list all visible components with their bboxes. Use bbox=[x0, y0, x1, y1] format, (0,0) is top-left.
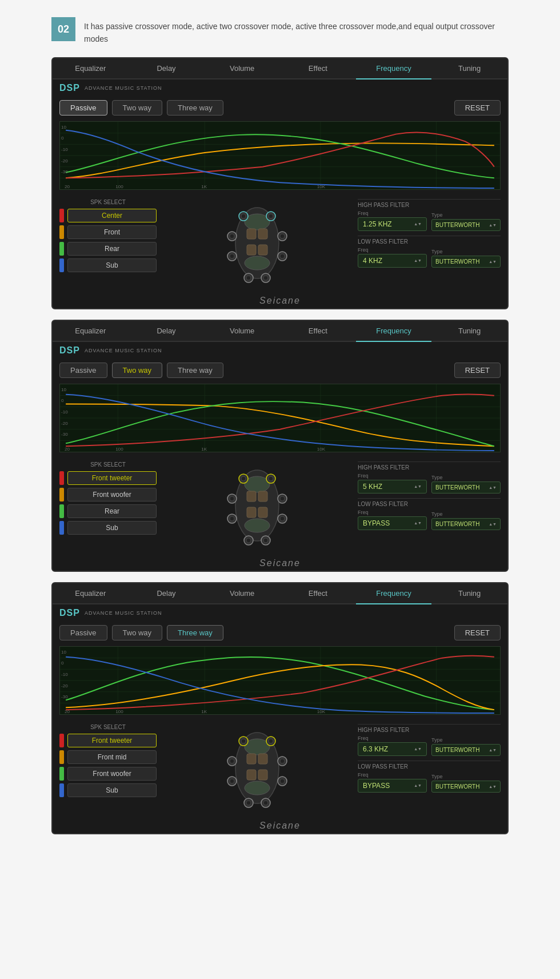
hp-type-label-2: Type bbox=[431, 475, 501, 480]
high-pass-title-2: HIGH PASS FILTER bbox=[358, 461, 501, 471]
reset-btn-1[interactable]: RESET bbox=[454, 100, 501, 116]
tab-frequency-1[interactable]: Frequency bbox=[356, 58, 432, 79]
spk-label-rear-2[interactable]: Rear bbox=[67, 504, 157, 518]
tab-tuning-1[interactable]: Tuning bbox=[431, 58, 507, 78]
low-pass-row-3: Freq BYPASS ▲▼ Type BUTTERWORTH ▲▼ bbox=[358, 772, 501, 793]
lp-freq-value-2[interactable]: BYPASS ▲▼ bbox=[358, 516, 427, 530]
tab-delay-2[interactable]: Delay bbox=[129, 321, 205, 341]
svg-text:-20: -20 bbox=[61, 683, 68, 689]
svg-text:100: 100 bbox=[115, 709, 123, 714]
tab-effect-3[interactable]: Effect bbox=[280, 583, 356, 603]
lp-freq-field-3: Freq BYPASS ▲▼ bbox=[358, 772, 427, 793]
tab-tuning-2[interactable]: Tuning bbox=[431, 321, 507, 341]
hp-arrows-3: ▲▼ bbox=[414, 747, 422, 751]
low-pass-freq-value-1[interactable]: 4 KHZ ▲▼ bbox=[358, 254, 427, 268]
tab-volume-2[interactable]: Volume bbox=[204, 321, 280, 341]
spk-btn-ft-3[interactable]: Front tweeter bbox=[59, 734, 157, 747]
tab-delay-3[interactable]: Delay bbox=[129, 583, 205, 603]
lp-type-arrows-3: ▲▼ bbox=[489, 785, 497, 789]
svg-point-40 bbox=[263, 276, 268, 280]
lp-freq-value-3[interactable]: BYPASS ▲▼ bbox=[358, 779, 427, 793]
hp-freq-value-3[interactable]: 6.3 KHZ ▲▼ bbox=[358, 742, 427, 756]
lp-type-value-3[interactable]: BUTTERWORTH ▲▼ bbox=[431, 781, 501, 793]
spk-label-fw-3[interactable]: Front woofer bbox=[67, 767, 157, 781]
spk-label-front[interactable]: Front bbox=[67, 225, 157, 239]
low-pass-freq-field-1: Freq 4 KHZ ▲▼ bbox=[358, 247, 427, 268]
tab-equalizer-2[interactable]: Equalizer bbox=[53, 321, 129, 341]
tab-frequency-3[interactable]: Frequency bbox=[356, 583, 432, 604]
spk-btn-center[interactable]: Center bbox=[59, 209, 157, 222]
tab-volume-1[interactable]: Volume bbox=[204, 58, 280, 78]
svg-text:10: 10 bbox=[61, 125, 67, 130]
lp-type-field-2: Type BUTTERWORTH ▲▼ bbox=[431, 511, 501, 530]
passive-btn-3[interactable]: Passive bbox=[59, 625, 107, 640]
high-pass-freq-value-1[interactable]: 1.25 KHZ ▲▼ bbox=[358, 217, 427, 231]
step-badge: 02 bbox=[51, 17, 75, 41]
spk-btn-sub-3[interactable]: Sub bbox=[59, 783, 157, 797]
spk-label-sub-3[interactable]: Sub bbox=[67, 783, 157, 797]
tab-delay-1[interactable]: Delay bbox=[129, 58, 205, 78]
tab-effect-1[interactable]: Effect bbox=[280, 58, 356, 78]
svg-text:10K: 10K bbox=[317, 709, 326, 714]
spk-label-sub[interactable]: Sub bbox=[67, 258, 157, 272]
svg-text:100: 100 bbox=[115, 447, 123, 452]
threeway-btn-3[interactable]: Three way bbox=[167, 625, 223, 640]
twoway-btn-3[interactable]: Two way bbox=[112, 625, 163, 640]
passive-btn-2[interactable]: Passive bbox=[59, 363, 107, 378]
spk-label-fw-2[interactable]: Front woofer bbox=[67, 488, 157, 502]
seicane-label-3: Seicane bbox=[53, 818, 507, 833]
dsp-subtitle-3: ADVANCE MUSIC STATION bbox=[85, 610, 162, 616]
tab-volume-3[interactable]: Volume bbox=[204, 583, 280, 603]
spk-section-2: SPK SELECT Front tweeter Front woofer Re… bbox=[59, 461, 157, 550]
svg-text:10K: 10K bbox=[317, 184, 326, 189]
mode-row-3: Passive Two way Three way RESET bbox=[53, 622, 507, 644]
lp-type-value-2[interactable]: BUTTERWORTH ▲▼ bbox=[431, 518, 501, 530]
reset-btn-2[interactable]: RESET bbox=[454, 363, 501, 378]
reset-btn-3[interactable]: RESET bbox=[454, 625, 501, 640]
svg-point-81 bbox=[263, 538, 268, 543]
filter-section-3: HIGH PASS FILTER Freq 6.3 KHZ ▲▼ Type bbox=[358, 724, 501, 813]
dsp-panel-2: Equalizer Delay Volume Effect Frequency … bbox=[51, 320, 509, 572]
hp-type-value-2[interactable]: BUTTERWORTH ▲▼ bbox=[431, 481, 501, 494]
hp-type-value-3[interactable]: BUTTERWORTH ▲▼ bbox=[431, 744, 501, 756]
spk-label-center[interactable]: Center bbox=[67, 209, 157, 222]
spk-btn-fm-3[interactable]: Front mid bbox=[59, 750, 157, 764]
filter-section-2: HIGH PASS FILTER Freq 5 KHZ ▲▼ Type bbox=[358, 461, 501, 550]
hp-freq-value-2[interactable]: 5 KHZ ▲▼ bbox=[358, 480, 427, 494]
spk-label-ft-3[interactable]: Front tweeter bbox=[67, 734, 157, 747]
spk-label-sub-2[interactable]: Sub bbox=[67, 521, 157, 535]
tab-equalizer-1[interactable]: Equalizer bbox=[53, 58, 129, 78]
threeway-btn-1[interactable]: Three way bbox=[167, 100, 223, 116]
passive-btn-1[interactable]: Passive bbox=[59, 100, 107, 116]
spk-btn-rear-2[interactable]: Rear bbox=[59, 504, 157, 518]
spk-btn-sub[interactable]: Sub bbox=[59, 258, 157, 272]
dsp-subtitle-1: ADVANCE MUSIC STATION bbox=[85, 85, 162, 91]
low-pass-type-value-1[interactable]: BUTTERWORTH ▲▼ bbox=[431, 256, 501, 268]
mode-row-2: Passive Two way Three way RESET bbox=[53, 359, 507, 381]
spk-btn-rear[interactable]: Rear bbox=[59, 242, 157, 256]
twoway-btn-2[interactable]: Two way bbox=[112, 363, 163, 378]
svg-point-108 bbox=[241, 739, 246, 743]
threeway-btn-2[interactable]: Three way bbox=[167, 363, 223, 378]
high-pass-type-value-1[interactable]: BUTTERWORTH ▲▼ bbox=[431, 219, 501, 231]
low-pass-type-field-1: Type BUTTERWORTH ▲▼ bbox=[431, 249, 501, 268]
lp-type-label-3: Type bbox=[431, 774, 501, 779]
hp-type-arrows-3: ▲▼ bbox=[489, 748, 497, 752]
spk-btn-ft-2[interactable]: Front tweeter bbox=[59, 471, 157, 485]
spk-btn-front[interactable]: Front bbox=[59, 225, 157, 239]
tab-effect-2[interactable]: Effect bbox=[280, 321, 356, 341]
twoway-btn-1[interactable]: Two way bbox=[112, 100, 163, 116]
tab-frequency-2[interactable]: Frequency bbox=[356, 321, 432, 342]
spk-btn-fw-2[interactable]: Front woofer bbox=[59, 488, 157, 502]
spk-btn-fw-3[interactable]: Front woofer bbox=[59, 767, 157, 781]
dsp-header-1: DSP ADVANCE MUSIC STATION bbox=[53, 79, 507, 97]
svg-rect-105 bbox=[247, 770, 256, 780]
spk-label-rear[interactable]: Rear bbox=[67, 242, 157, 256]
lp-type-arrows-1: ▲▼ bbox=[489, 260, 497, 264]
spk-btn-sub-2[interactable]: Sub bbox=[59, 521, 157, 535]
tab-tuning-3[interactable]: Tuning bbox=[431, 583, 507, 603]
svg-text:-20: -20 bbox=[61, 421, 68, 426]
tab-equalizer-3[interactable]: Equalizer bbox=[53, 583, 129, 603]
spk-label-fm-3[interactable]: Front mid bbox=[67, 750, 157, 764]
spk-label-ft-2[interactable]: Front tweeter bbox=[67, 471, 157, 485]
